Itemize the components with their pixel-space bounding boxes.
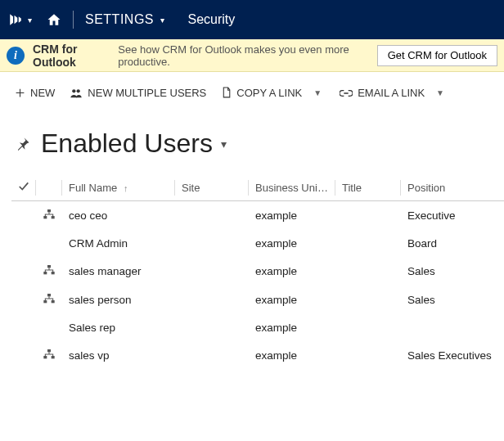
email-link-button[interactable]: EMAIL A LINK xyxy=(340,87,425,99)
cell-title xyxy=(335,341,401,370)
cell-full-name: ceo ceo xyxy=(62,201,175,231)
top-navbar: ▾ SETTINGS ▾ Security xyxy=(0,0,504,39)
cell-position xyxy=(401,314,504,341)
cell-full-name: sales person xyxy=(62,286,175,314)
cell-title xyxy=(335,286,401,314)
plus-icon xyxy=(15,88,25,98)
row-hierarchy-cell[interactable] xyxy=(36,201,62,231)
col-full-name[interactable]: Full Name ↑ xyxy=(62,177,175,201)
cell-business-unit: example xyxy=(249,230,335,257)
col-position[interactable]: Position xyxy=(401,177,504,201)
cell-full-name: sales manager xyxy=(62,257,175,286)
row-hierarchy-cell[interactable] xyxy=(36,341,62,370)
hierarchy-header xyxy=(36,177,62,201)
cell-site xyxy=(175,257,249,286)
col-title[interactable]: Title xyxy=(335,177,401,201)
col-site[interactable]: Site xyxy=(175,177,249,201)
cell-business-unit: example xyxy=(249,257,335,286)
row-hierarchy-cell xyxy=(36,230,62,257)
email-link-label: EMAIL A LINK xyxy=(358,87,425,99)
notice-message: See how CRM for Outlook makes you even m… xyxy=(118,43,360,68)
breadcrumb-current[interactable]: Security xyxy=(188,12,236,27)
table-row[interactable]: sales vpexampleSales Executives xyxy=(11,341,504,370)
svg-rect-5 xyxy=(47,265,51,268)
row-select-cell[interactable] xyxy=(11,286,36,314)
copy-link-button[interactable]: COPY A LINK xyxy=(221,87,302,99)
svg-rect-12 xyxy=(43,356,47,358)
svg-rect-9 xyxy=(43,300,47,303)
hierarchy-icon xyxy=(43,349,56,360)
cell-business-unit: example xyxy=(249,314,335,341)
row-select-cell[interactable] xyxy=(11,341,36,370)
nav-divider xyxy=(73,11,74,29)
hierarchy-icon xyxy=(43,264,56,276)
table-row[interactable]: sales personexampleSales xyxy=(11,286,504,314)
svg-rect-11 xyxy=(47,349,51,352)
cell-position: Sales Executives xyxy=(401,341,504,370)
table-row[interactable]: CRM AdminexampleBoard xyxy=(11,230,504,257)
svg-rect-7 xyxy=(52,272,55,274)
view-title[interactable]: Enabled Users ▾ xyxy=(41,128,227,159)
get-crm-outlook-button[interactable]: Get CRM for Outlook xyxy=(377,45,497,66)
cell-site xyxy=(175,201,249,231)
svg-point-0 xyxy=(73,89,76,92)
notice-title: CRM for Outlook xyxy=(33,43,110,69)
app-logo[interactable]: ▾ xyxy=(8,12,32,27)
svg-rect-10 xyxy=(52,300,55,303)
table-row[interactable]: ceo ceoexampleExecutive xyxy=(11,201,504,231)
col-full-name-label: Full Name xyxy=(69,182,117,194)
svg-rect-3 xyxy=(43,216,47,218)
select-all-header[interactable] xyxy=(11,177,36,201)
hierarchy-icon xyxy=(43,293,56,304)
chevron-down-icon: ▾ xyxy=(160,16,165,25)
copy-icon xyxy=(221,87,232,99)
email-link-dropdown[interactable]: ▼ xyxy=(433,87,448,99)
view-title-text: Enabled Users xyxy=(41,128,213,159)
svg-rect-13 xyxy=(52,356,55,358)
row-hierarchy-cell[interactable] xyxy=(36,257,62,286)
link-icon xyxy=(340,89,353,97)
cell-title xyxy=(335,314,401,341)
copy-link-dropdown[interactable]: ▼ xyxy=(310,87,325,99)
cell-title xyxy=(335,230,401,257)
home-icon[interactable] xyxy=(47,12,61,27)
row-hierarchy-cell xyxy=(36,314,62,341)
cell-full-name: Sales rep xyxy=(62,314,175,341)
svg-rect-2 xyxy=(47,209,51,212)
new-multiple-users-button[interactable]: NEW MULTIPLE USERS xyxy=(70,87,206,99)
svg-rect-4 xyxy=(52,216,55,218)
table-row[interactable]: sales managerexampleSales xyxy=(11,257,504,286)
row-select-cell[interactable] xyxy=(11,201,36,231)
chevron-down-icon: ▾ xyxy=(221,137,227,151)
users-icon xyxy=(70,88,83,99)
cell-business-unit: example xyxy=(249,201,335,231)
sort-asc-icon: ↑ xyxy=(124,183,128,193)
cell-position: Sales xyxy=(401,257,504,286)
nav-settings-label: SETTINGS xyxy=(85,12,154,27)
users-grid: Full Name ↑ Site Business Unit… Title Po… xyxy=(0,165,504,370)
cell-title xyxy=(335,257,401,286)
row-select-cell[interactable] xyxy=(11,230,36,257)
outlook-notice-bar: i CRM for Outlook See how CRM for Outloo… xyxy=(0,39,504,72)
cell-site xyxy=(175,230,249,257)
row-hierarchy-cell[interactable] xyxy=(36,286,62,314)
new-button[interactable]: NEW xyxy=(15,87,55,99)
row-select-cell[interactable] xyxy=(11,257,36,286)
new-multiple-users-label: NEW MULTIPLE USERS xyxy=(88,87,206,99)
cell-site xyxy=(175,314,249,341)
new-button-label: NEW xyxy=(30,87,55,99)
svg-rect-6 xyxy=(43,272,47,274)
chevron-down-icon: ▾ xyxy=(28,16,32,25)
col-business-unit[interactable]: Business Unit… xyxy=(249,177,335,201)
cell-title xyxy=(335,201,401,231)
table-row[interactable]: Sales repexample xyxy=(11,314,504,341)
svg-point-1 xyxy=(77,89,80,92)
nav-settings[interactable]: SETTINGS ▾ xyxy=(85,12,165,27)
cell-position: Sales xyxy=(401,286,504,314)
cell-position: Board xyxy=(401,230,504,257)
cell-full-name: CRM Admin xyxy=(62,230,175,257)
row-select-cell[interactable] xyxy=(11,314,36,341)
hierarchy-icon xyxy=(43,209,56,220)
pin-icon[interactable] xyxy=(15,136,31,152)
cell-business-unit: example xyxy=(249,341,335,370)
